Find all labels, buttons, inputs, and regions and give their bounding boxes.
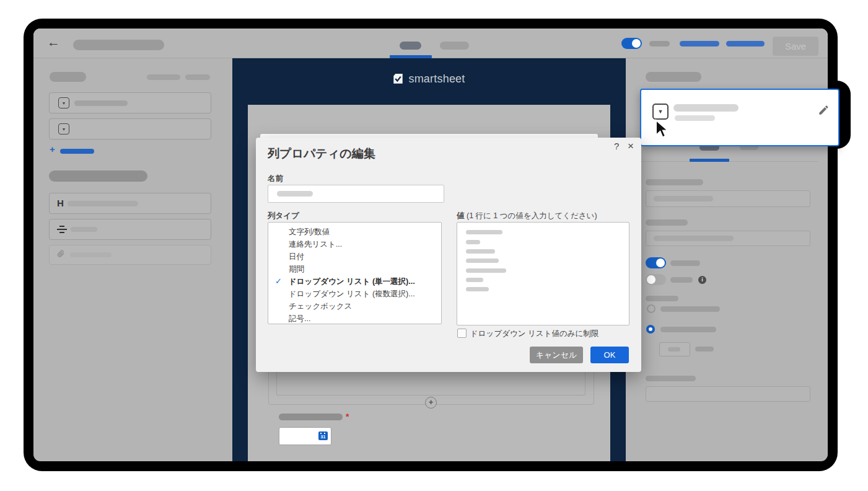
field-subtitle-placeholder bbox=[675, 115, 715, 121]
element-card-attachment[interactable] bbox=[49, 245, 211, 265]
topbar-link-placeholder-1[interactable] bbox=[680, 41, 719, 46]
input-value-placeholder bbox=[654, 196, 713, 201]
radio-label-placeholder bbox=[660, 306, 720, 312]
edit-pencil-icon[interactable] bbox=[818, 104, 830, 118]
left-sidebar: ▼ ▼ + H bbox=[33, 58, 232, 461]
restrict-checkbox-label: ドロップダウン リスト値のみに制限 bbox=[470, 329, 598, 339]
radio-selected[interactable] bbox=[646, 325, 655, 334]
column-type-option[interactable]: 連絡先リスト... bbox=[268, 238, 441, 250]
radio-label-placeholder bbox=[660, 327, 716, 332]
radio-group-label-placeholder bbox=[646, 296, 678, 301]
value-placeholder bbox=[466, 268, 506, 273]
toggle-knob bbox=[647, 275, 655, 284]
screenshot-canvas: ← Save ▼ ▼ bbox=[0, 0, 868, 491]
value-placeholder bbox=[466, 249, 495, 254]
value-placeholder bbox=[466, 259, 499, 263]
value-placeholder bbox=[466, 240, 480, 244]
topbar-toggle[interactable] bbox=[621, 38, 642, 49]
radio-sub-input[interactable] bbox=[659, 342, 690, 356]
calendar-icon[interactable]: 31 bbox=[318, 431, 328, 440]
setting-input-2[interactable] bbox=[646, 231, 810, 246]
column-type-option[interactable]: チェックボックス bbox=[268, 300, 441, 312]
value-placeholder bbox=[466, 287, 489, 291]
sidebar-heading-placeholder bbox=[50, 72, 86, 82]
add-field-plus-button[interactable]: + bbox=[425, 397, 437, 409]
setting-label-placeholder-1 bbox=[646, 179, 703, 185]
name-value-placeholder bbox=[277, 191, 313, 197]
toggle-label-placeholder bbox=[670, 277, 693, 283]
column-type-option[interactable]: 日付 bbox=[268, 250, 441, 263]
toggle-label-placeholder bbox=[670, 260, 700, 266]
topbar-label-placeholder bbox=[649, 41, 670, 46]
restrict-checkbox[interactable] bbox=[457, 329, 467, 338]
required-asterisk: * bbox=[346, 412, 349, 422]
column-type-option[interactable]: 文字列/数値 bbox=[268, 226, 441, 238]
values-label: 値 (1 行に 1 つの値を入力してください) bbox=[457, 211, 597, 221]
dropdown-field-icon: ▼ bbox=[58, 97, 69, 108]
value-placeholder bbox=[466, 230, 502, 234]
setting-toggle-off[interactable] bbox=[646, 274, 666, 285]
date-input[interactable]: 31 bbox=[279, 427, 331, 445]
element-label-placeholder bbox=[71, 227, 97, 232]
close-icon[interactable]: × bbox=[628, 140, 634, 153]
check-icon: ✓ bbox=[275, 275, 282, 288]
back-arrow-icon[interactable]: ← bbox=[47, 34, 60, 50]
panel-heading-placeholder bbox=[646, 72, 701, 82]
smartsheet-logo-text: smartsheet bbox=[408, 73, 465, 86]
smartsheet-logo: smartsheet bbox=[232, 73, 626, 86]
column-type-option-selected[interactable]: ✓ ドロップダウン リスト (単一選択)... bbox=[268, 275, 441, 288]
sub-input-label-placeholder bbox=[695, 347, 714, 352]
element-card-heading[interactable]: H bbox=[49, 193, 211, 214]
paperclip-icon bbox=[57, 249, 65, 261]
name-label: 名前 bbox=[268, 174, 283, 184]
toggle-knob bbox=[632, 39, 641, 48]
column-type-label: 列タイプ bbox=[268, 211, 299, 221]
add-field-link-placeholder[interactable] bbox=[60, 149, 94, 154]
edit-column-properties-dialog: ? × 列プロパティの編集 名前 列タイプ 文字列/数値 連絡先リスト... 日… bbox=[256, 138, 641, 372]
tab-active-placeholder[interactable] bbox=[400, 42, 421, 50]
tab-inactive-placeholder[interactable] bbox=[440, 42, 469, 50]
top-bar: ← Save bbox=[33, 29, 828, 58]
info-icon[interactable]: i bbox=[698, 276, 706, 284]
help-icon[interactable]: ? bbox=[614, 141, 619, 151]
divider-icon bbox=[57, 226, 67, 233]
panel-tab-underline bbox=[690, 159, 729, 162]
heading-icon: H bbox=[57, 198, 64, 208]
cancel-button[interactable]: キャンセル bbox=[530, 347, 583, 363]
save-button[interactable]: Save bbox=[773, 37, 818, 56]
smartsheet-logo-mark bbox=[393, 74, 403, 84]
field-label-placeholder bbox=[74, 100, 128, 106]
column-type-option[interactable]: 期間 bbox=[268, 263, 441, 275]
setting-label-placeholder-3 bbox=[646, 376, 696, 381]
topbar-link-placeholder-2[interactable] bbox=[726, 41, 765, 46]
input-value-placeholder bbox=[654, 236, 734, 241]
setting-label-placeholder-2 bbox=[646, 219, 688, 226]
setting-input-1[interactable] bbox=[646, 190, 810, 207]
dialog-title: 列プロパティの編集 bbox=[268, 146, 375, 162]
form-title-placeholder bbox=[73, 40, 164, 50]
field-card-dropdown-1[interactable]: ▼ bbox=[49, 92, 211, 113]
element-card-divider[interactable] bbox=[49, 219, 211, 240]
ok-button[interactable]: OK bbox=[590, 347, 629, 363]
element-label-placeholder bbox=[68, 201, 138, 206]
column-type-option[interactable]: ドロップダウン リスト (複数選択)... bbox=[268, 288, 441, 300]
input-value-placeholder bbox=[668, 347, 680, 352]
element-label-placeholder bbox=[70, 252, 112, 257]
add-field-plus-icon[interactable]: + bbox=[50, 144, 55, 154]
section-divider-placeholder bbox=[49, 170, 147, 182]
field-card-dropdown-2[interactable]: ▼ bbox=[49, 118, 211, 139]
dropdown-field-icon: ▼ bbox=[652, 104, 669, 120]
value-placeholder bbox=[466, 278, 483, 282]
sidebar-action-placeholder-1[interactable] bbox=[147, 74, 180, 80]
date-field-label-placeholder bbox=[279, 414, 343, 420]
mouse-cursor bbox=[654, 119, 670, 140]
column-type-option[interactable]: 記号... bbox=[268, 312, 441, 325]
radio-unselected[interactable] bbox=[647, 304, 655, 313]
setting-input-3[interactable] bbox=[646, 386, 810, 402]
setting-toggle-on[interactable] bbox=[646, 257, 666, 268]
sidebar-action-placeholder-2[interactable] bbox=[185, 74, 210, 80]
name-input[interactable] bbox=[268, 185, 444, 203]
values-textarea[interactable] bbox=[457, 222, 629, 325]
dropdown-field-icon: ▼ bbox=[58, 123, 69, 135]
field-title-placeholder bbox=[673, 104, 739, 112]
